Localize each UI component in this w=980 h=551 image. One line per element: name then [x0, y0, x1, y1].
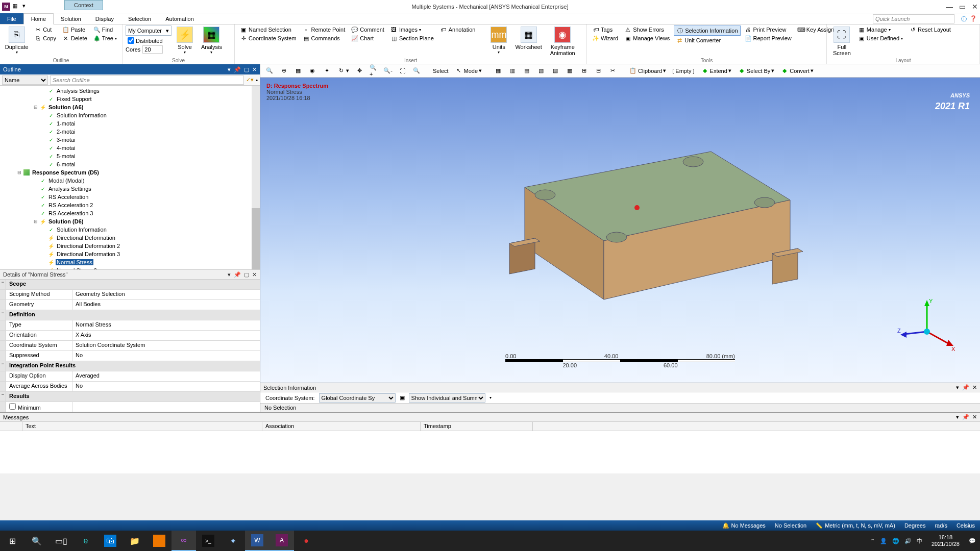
images-button[interactable]: 🖼Images▾ [388, 26, 436, 34]
vp-select-by[interactable]: ◆Select By▾ [736, 66, 776, 76]
details-close-icon[interactable]: ✕ [252, 271, 257, 278]
section-plane-button[interactable]: ◫Section Plane [388, 34, 436, 42]
triad-icon[interactable]: Y X Z [896, 296, 958, 357]
terminal-button[interactable]: >_ [196, 531, 220, 551]
paste-button[interactable]: 📋Paste [60, 26, 89, 34]
help-icon[interactable]: ⓘ [961, 15, 967, 23]
vp-clipboard[interactable]: 📋Clipboard▾ [627, 66, 668, 76]
selinfo-close-icon[interactable]: ✕ [972, 384, 977, 391]
msg-pin-icon[interactable]: 📌 [962, 414, 969, 420]
outline-popout-icon[interactable]: ▢ [244, 66, 249, 73]
tray-chevron-icon[interactable]: ⌃ [870, 538, 875, 544]
viewport-3d[interactable]: D: Response Spectrum Normal Stress 2021/… [260, 78, 980, 383]
reset-layout-button[interactable]: ↺Reset Layout [907, 26, 953, 34]
vp-rotate[interactable]: ↻▾ [335, 66, 351, 76]
vp-grid-4[interactable]: ▧ [535, 66, 547, 76]
search-go-icon[interactable]: • [256, 77, 258, 83]
record-button[interactable]: ● [294, 531, 318, 551]
vp-tool-5[interactable]: ✦ [321, 66, 333, 76]
msg-dropdown-icon[interactable]: ▾ [956, 414, 959, 420]
tree-item[interactable]: Directional Deformation [0, 234, 260, 242]
minimize-button[interactable]: — [946, 3, 953, 11]
tags-button[interactable]: 🏷Tags [590, 26, 620, 34]
tree-item[interactable]: Normal Stress 2 [0, 266, 260, 269]
selection-info-button[interactable]: ⓘSelection Information [674, 26, 740, 36]
outline-close-icon[interactable]: ✕ [252, 66, 257, 73]
details-pin-icon[interactable]: 📌 [234, 271, 241, 278]
analysis-button[interactable]: ▦ Analysis▾ [198, 26, 225, 56]
close-button[interactable]: ✕ [972, 3, 978, 11]
details-popout-icon[interactable]: ▢ [244, 271, 249, 278]
show-mode-combo[interactable]: Show Individual and Summa [409, 393, 485, 403]
remote-point-button[interactable]: ◦Remote Point [301, 26, 348, 34]
vp-tool-2[interactable]: ⊕ [278, 66, 290, 76]
vp-grid-5[interactable]: ▨ [549, 66, 561, 76]
status-no-messages[interactable]: 🔔No Messages [722, 522, 766, 529]
status-units[interactable]: 📏Metric (mm, t, N, s, mV, mA) [816, 522, 895, 529]
app1-button[interactable] [147, 531, 172, 551]
qat-dropdown-icon[interactable]: ▾ [22, 3, 31, 11]
vp-grid-8[interactable]: ⊟ [592, 66, 604, 76]
task-view-button[interactable]: ▭▯ [49, 531, 74, 551]
keyframe-button[interactable]: ◉ Keyframe Animation [547, 26, 578, 57]
tree-item[interactable]: 3-motai [0, 136, 260, 144]
outline-name-combo[interactable]: Name [2, 76, 48, 85]
maximize-button[interactable]: ▭ [959, 3, 966, 11]
named-selection-button[interactable]: ▣Named Selection [238, 26, 299, 34]
worksheet-button[interactable]: ▦ Worksheet [512, 26, 545, 51]
file-menu[interactable]: File [0, 13, 23, 24]
details-section[interactable]: −Results [0, 392, 260, 402]
comment-button[interactable]: 💬Comment [349, 26, 386, 34]
tree-item[interactable]: Analysis Settings [0, 87, 260, 95]
coord-system-combo[interactable]: Global Coordinate Sy [319, 393, 396, 403]
vp-grid-7[interactable]: ⊞ [578, 66, 590, 76]
details-row[interactable]: OrientationX Axis [0, 331, 260, 341]
store-button[interactable]: 🛍 [98, 531, 122, 551]
tree-item[interactable]: ⊟Response Spectrum (D5) [0, 168, 260, 177]
qat-icon[interactable]: ▦ [12, 3, 20, 11]
tray-network-icon[interactable]: 🌐 [892, 538, 899, 544]
details-row[interactable]: Scoping MethodGeometry Selection [0, 290, 260, 300]
vp-grid-1[interactable]: ▦ [492, 66, 504, 76]
vp-grid-9[interactable]: ✂ [606, 66, 619, 76]
details-row[interactable]: Minimum [0, 402, 260, 412]
tree-item[interactable]: ⊟Solution (A6) [0, 103, 260, 111]
tray-volume-icon[interactable]: 🔊 [904, 538, 912, 544]
tree-item[interactable]: Analysis Settings [0, 185, 260, 193]
selinfo-toggle-icon[interactable]: ▣ [400, 394, 405, 401]
tab-display[interactable]: Display [88, 13, 121, 24]
expander-icon[interactable]: ⊟ [33, 105, 38, 110]
vp-tool-3[interactable]: ▦ [292, 66, 304, 76]
vp-grid-6[interactable]: ▩ [564, 66, 576, 76]
app2-button[interactable]: ∞ [172, 531, 196, 551]
details-row[interactable]: Coordinate SystemSolution Coordinate Sys… [0, 341, 260, 351]
help2-icon[interactable]: ❓ [970, 15, 977, 22]
show-errors-button[interactable]: ⚠Show Errors [622, 26, 672, 34]
tray-notifications-icon[interactable]: 💬 [969, 538, 976, 544]
user-defined-button[interactable]: ▣User Defined▾ [856, 34, 905, 42]
tree-item[interactable]: Modal (Modal) [0, 177, 260, 185]
tree-item[interactable]: Fixed Support [0, 95, 260, 103]
print-preview-button[interactable]: 🖨Print Preview [743, 26, 794, 34]
expander-icon[interactable]: ⊟ [16, 170, 22, 175]
tree-item[interactable]: RS Acceleration 3 [0, 209, 260, 217]
solve-button[interactable]: ⚡ Solve▾ [174, 26, 196, 56]
vp-grid-3[interactable]: ▤ [521, 66, 533, 76]
chart-button[interactable]: 📈Chart [349, 34, 386, 42]
tree-item[interactable]: 4-motai [0, 144, 260, 152]
tree-item[interactable]: 2-motai [0, 128, 260, 136]
tab-home[interactable]: Home [23, 13, 54, 24]
wizard-button[interactable]: ✨Wizard [590, 34, 620, 42]
selinfo-dropdown-icon[interactable]: ▾ [956, 384, 959, 391]
outline-pin-icon[interactable]: 📌 [234, 66, 241, 73]
tab-solution[interactable]: Solution [54, 13, 88, 24]
app3-button[interactable]: ✦ [220, 531, 245, 551]
outline-search-input[interactable] [50, 76, 244, 85]
tree-item[interactable]: RS Acceleration 2 [0, 201, 260, 209]
full-screen-button[interactable]: ⛶ Full Screen [830, 26, 854, 57]
search-button[interactable]: 🔍 [24, 531, 49, 551]
manage-layout-button[interactable]: ▦Manage▾ [856, 26, 905, 34]
tray-ime-icon[interactable]: 中 [917, 537, 922, 545]
units-button[interactable]: mm Units▾ [487, 26, 510, 56]
tray-people-icon[interactable]: 👤 [880, 538, 887, 544]
